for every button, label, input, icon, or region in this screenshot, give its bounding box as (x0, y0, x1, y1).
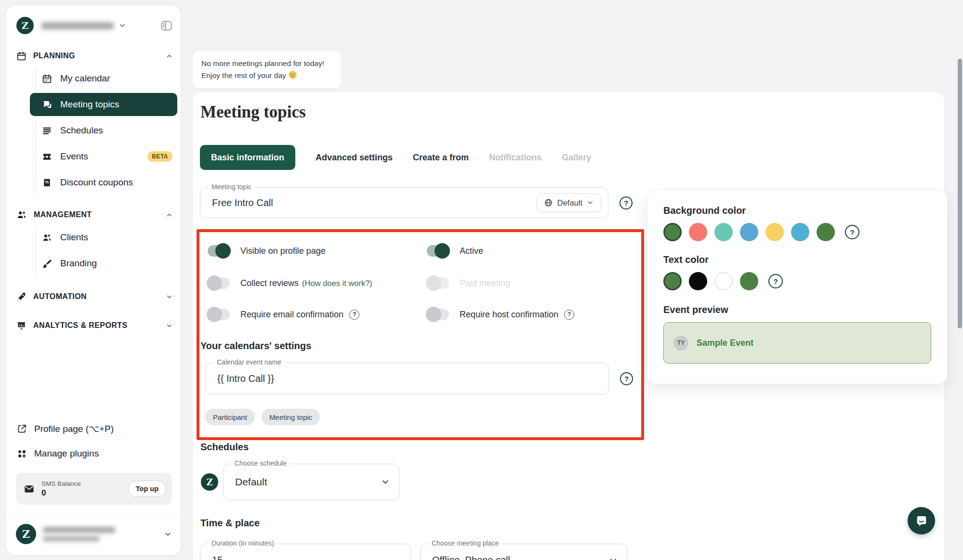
tab-advanced-settings[interactable]: Advanced settings (316, 153, 393, 163)
account-menu[interactable]: Z (16, 520, 172, 548)
list-lines-icon (42, 126, 52, 136)
text-color-swatches: ? (663, 272, 931, 290)
toggle-knob (215, 243, 231, 259)
sidebar-item-label: Events (60, 151, 88, 162)
app-root: { "colors": { "brand": "#17413A", "tab_a… (0, 0, 963, 560)
toggle-label: Paid meeting (460, 278, 510, 288)
calendar-event-name-field[interactable]: Calendar event name {{ Intro Call }} (205, 363, 609, 394)
language-selector-button[interactable]: Default (537, 194, 601, 212)
page-title: Meeting topics (200, 103, 306, 122)
bg-swatch-green-selected[interactable] (663, 223, 682, 241)
meeting-topic-input[interactable]: Free Intro Call (212, 197, 273, 208)
event-preview-box: TY Sample Event (663, 322, 931, 364)
choose-schedule-value: Default (235, 476, 267, 488)
text-color-heading: Text color (663, 254, 931, 265)
text-swatch-black[interactable] (689, 272, 707, 290)
toggle-row-2: Collect reviews (How does it work?) Paid… (200, 272, 643, 295)
text-swatch-green-selected[interactable] (663, 272, 682, 290)
sidebar-collapse-icon[interactable] (160, 19, 173, 32)
tab-notifications[interactable]: Notifications (489, 153, 541, 163)
chat-launcher-button[interactable] (908, 507, 935, 534)
logo-letter: Z (22, 20, 28, 31)
paid-meeting-toggle[interactable] (427, 277, 449, 289)
nav-group-label: PLANNING (33, 52, 75, 60)
chip-meeting-topic[interactable]: Meeting topic (262, 409, 320, 425)
workspace-logo: Z (16, 17, 34, 34)
banner-line2: Enjoy the rest of your day (201, 69, 332, 81)
active-toggle[interactable] (427, 245, 449, 257)
schedules-heading: Schedules (200, 442, 249, 453)
top-up-button[interactable]: Top up (128, 481, 166, 497)
tab-create-a-from[interactable]: Create a from (413, 153, 469, 163)
bg-swatch-dark-green[interactable] (817, 223, 835, 241)
text-swatch-green[interactable] (740, 272, 758, 290)
sidebar-item-clients[interactable]: Clients (36, 226, 177, 249)
vertical-scrollbar[interactable] (958, 59, 962, 328)
background-color-heading: Background color (663, 205, 931, 216)
meeting-topic-field[interactable]: Meeting topic Free Intro Call Default (200, 187, 608, 218)
require-email-confirmation-toggle[interactable] (208, 309, 230, 320)
sidebar-item-branding[interactable]: Branding (36, 252, 177, 275)
sidebar-item-my-calendar[interactable]: My calendar (36, 67, 177, 90)
help-icon[interactable]: ? (564, 310, 574, 320)
bg-swatch-teal[interactable] (714, 223, 733, 241)
chevron-up-icon[interactable] (166, 52, 173, 60)
choose-schedule-select[interactable]: Choose schedule Default (223, 464, 399, 500)
field-label: Choose schedule (231, 459, 290, 467)
sidebar-item-events[interactable]: Events BETA (36, 145, 177, 168)
chat-bubbles-icon (42, 100, 52, 110)
workspace-switcher[interactable]: Z (6, 15, 181, 36)
help-icon[interactable]: ? (768, 274, 783, 288)
tab-basic-information[interactable]: Basic information (200, 145, 295, 170)
field-label: Duration (in minutes) (208, 539, 277, 547)
toggle-knob (426, 307, 441, 322)
sidebar-item-schedules[interactable]: Schedules (36, 119, 177, 142)
color-settings-panel: Background color ? Text color ? Event pr… (647, 190, 948, 384)
help-icon[interactable]: ? (845, 225, 859, 239)
time-place-heading: Time & place (200, 518, 260, 529)
choose-meeting-place-select[interactable]: Choose meeting place Offline, Phone call (420, 544, 627, 560)
chip-participant[interactable]: Participant (205, 409, 255, 425)
ticket-star-icon (42, 152, 52, 162)
template-chips-row: Participant Meeting topic (205, 409, 320, 425)
help-icon[interactable]: ? (620, 372, 633, 385)
require-host-confirmation-toggle[interactable] (427, 309, 449, 320)
nav-group-automation[interactable]: AUTOMATION (6, 289, 181, 304)
bg-swatch-sky[interactable] (791, 223, 809, 241)
manage-plugins-link[interactable]: Manage plugins (16, 444, 172, 463)
toggle-knob (426, 275, 441, 291)
calendar-event-name-input[interactable]: {{ Intro Call }} (217, 373, 274, 384)
toggle-label: Require host confirmation ? (460, 310, 574, 320)
sidebar-item-label: Branding (60, 258, 97, 269)
bg-swatch-coral[interactable] (689, 223, 707, 241)
text-swatch-white[interactable] (714, 272, 733, 290)
bg-swatch-yellow[interactable] (765, 223, 784, 241)
chevron-up-icon[interactable] (166, 211, 173, 219)
chevron-down-icon[interactable] (166, 322, 173, 329)
sidebar-item-meeting-topics[interactable]: Meeting topics (30, 93, 177, 116)
workspace-name-redacted (41, 22, 114, 29)
sidebar-item-label: Discount coupons (60, 177, 133, 188)
chevron-down-icon (587, 199, 594, 207)
user-email-redacted (43, 536, 100, 541)
tab-gallery[interactable]: Gallery (562, 153, 591, 163)
nav-group-management[interactable]: MANAGEMENT (6, 208, 181, 222)
nav-group-planning[interactable]: PLANNING (6, 49, 181, 63)
chevron-down-icon[interactable] (166, 293, 173, 300)
help-icon[interactable]: ? (620, 196, 633, 209)
profile-page-link[interactable]: Profile page (⌥+P) (16, 419, 172, 438)
nav-group-analytics[interactable]: ANALYTICS & REPORTS (6, 318, 181, 333)
how-does-it-work-link[interactable]: (How does it work?) (302, 279, 372, 288)
settings-tabs: Basic information Advanced settings Crea… (200, 145, 591, 170)
collect-reviews-toggle[interactable] (208, 277, 230, 289)
help-icon[interactable]: ? (349, 310, 359, 320)
duration-field[interactable]: Duration (in minutes) 15 (200, 544, 411, 560)
divider (6, 513, 181, 514)
nav-items-management: Clients Branding (35, 226, 177, 275)
duration-input[interactable]: 15 (212, 555, 223, 560)
user-avatar: Z (16, 524, 36, 544)
sidebar-item-discount-coupons[interactable]: % Discount coupons (36, 171, 177, 194)
visible-on-profile-toggle[interactable] (208, 245, 230, 257)
toggle-label: Require email confirmation ? (240, 310, 359, 320)
bg-swatch-blue[interactable] (740, 223, 758, 241)
